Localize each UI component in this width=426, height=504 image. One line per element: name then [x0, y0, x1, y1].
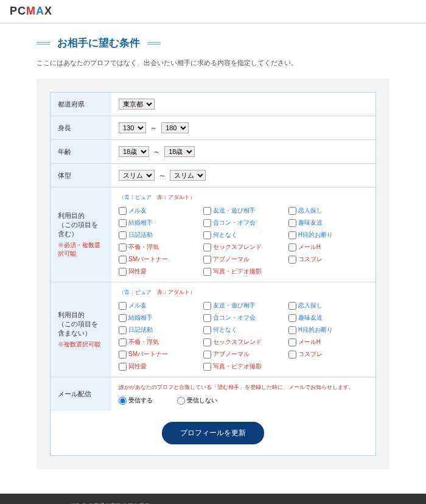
page-title: お相手に望む条件 [57, 36, 140, 50]
include-checkbox[interactable] [203, 268, 211, 276]
exclude-option: 不倫・浮気 [119, 338, 198, 346]
exclude-checkbox[interactable] [203, 363, 211, 371]
include-checkbox[interactable] [203, 256, 211, 264]
select-height-to[interactable]: 180 [161, 122, 189, 133]
exclude-option: 写真・ビデオ撮影 [203, 362, 283, 371]
select-body-from[interactable]: スリム [119, 170, 155, 181]
exclude-checkbox[interactable] [119, 302, 127, 310]
include-option: 結婚相手 [119, 219, 198, 227]
include-label: 恋人探し [298, 207, 323, 214]
form-table: 都道府県 東京都 身長 130 ～ 180 年齢 18歳 ～ [51, 93, 375, 411]
include-checkbox[interactable] [288, 231, 296, 239]
include-label: メル友 [128, 207, 147, 214]
include-option: コスプレ [288, 255, 368, 264]
include-checkbox[interactable] [119, 243, 127, 251]
include-label: 同性愛 [128, 268, 147, 275]
select-age-to[interactable]: 18歳 [164, 146, 195, 157]
req-include: ※必須・複数選択可能 [58, 241, 104, 258]
exclude-checkbox[interactable] [288, 338, 296, 346]
exclude-checkbox[interactable] [203, 314, 211, 322]
footer: PCMAX 総務省 電気通信事業者 届出番号：A-20-10188 インターネッ… [0, 494, 426, 504]
exclude-label: 恋人探し [298, 302, 323, 309]
exclude-checkbox[interactable] [203, 326, 211, 334]
exclude-option: H目的お断り [288, 326, 368, 334]
include-label: H目的お断り [298, 231, 333, 238]
page-title-row: お相手に望む条件 [37, 36, 389, 50]
button-row: プロフィールを更新 [51, 411, 375, 455]
exclude-checkbox[interactable] [203, 302, 211, 310]
exclude-option: 合コン・オフ会 [203, 313, 283, 322]
include-checkbox[interactable] [119, 268, 127, 276]
exclude-checkbox[interactable] [203, 351, 211, 359]
exclude-option: セックスフレンド [203, 338, 283, 346]
exclude-label: 不倫・浮気 [128, 338, 159, 345]
include-option: SMパートナー [119, 255, 198, 264]
include-label: 友達・遊び相手 [213, 207, 256, 214]
include-checkbox[interactable] [119, 207, 127, 215]
include-checkbox[interactable] [203, 243, 211, 251]
include-checkbox[interactable] [119, 219, 127, 227]
exclude-checkbox[interactable] [119, 326, 127, 334]
include-option: 同性愛 [119, 267, 198, 276]
form-inner: 都道府県 東京都 身長 130 ～ 180 年齢 18歳 ～ [50, 92, 376, 456]
include-checkbox[interactable] [203, 219, 211, 227]
exclude-option: SMパートナー [119, 350, 198, 359]
exclude-checkbox[interactable] [288, 302, 296, 310]
exclude-option: 何となく [203, 326, 283, 334]
exclude-label: アブノーマル [213, 351, 250, 357]
exclude-option: メル友 [119, 301, 198, 310]
select-height-from[interactable]: 130 [119, 122, 146, 133]
update-profile-button[interactable]: プロフィールを更新 [162, 422, 264, 444]
label-purpose-include: 利用目的 （この項目を含む） ※必須・複数選択可能 [51, 187, 111, 282]
exclude-option: 恋人探し [288, 301, 368, 310]
include-option: セックスフレンド [203, 243, 283, 251]
legend-exclude: （青：ピュア 赤：アダルト） [119, 289, 368, 296]
include-label: 不倫・浮気 [128, 243, 159, 250]
include-label: 何となく [213, 231, 237, 238]
select-age-from[interactable]: 18歳 [119, 146, 149, 157]
include-checkbox[interactable] [203, 207, 211, 215]
include-option: 何となく [203, 231, 283, 239]
header: PCMAX [0, 0, 426, 24]
include-checkbox[interactable] [203, 231, 211, 239]
range-sep: ～ [159, 172, 166, 179]
exclude-checkbox[interactable] [119, 314, 127, 322]
include-option: 友達・遊び相手 [203, 206, 283, 215]
exclude-option: アブノーマル [203, 350, 283, 359]
label-height: 身長 [51, 116, 111, 140]
range-sep: ～ [153, 148, 160, 155]
exclude-checkbox[interactable] [288, 314, 296, 322]
include-checkbox[interactable] [288, 243, 296, 251]
include-label: 日記活動 [128, 231, 153, 238]
select-body-to[interactable]: スリム [170, 170, 206, 181]
include-checkbox[interactable] [119, 256, 127, 264]
exclude-option: 趣味友達 [288, 313, 368, 322]
include-checkbox[interactable] [288, 207, 296, 215]
exclude-checkbox[interactable] [119, 338, 127, 346]
label-age: 年齢 [51, 140, 111, 164]
include-label: 写真・ビデオ撮影 [213, 268, 262, 275]
exclude-checkbox[interactable] [288, 326, 296, 334]
radio-not-receive[interactable] [177, 397, 185, 405]
include-checkbox[interactable] [288, 219, 296, 227]
exclude-checkbox[interactable] [203, 338, 211, 346]
include-label: 合コン・オフ会 [213, 219, 256, 226]
select-prefecture[interactable]: 東京都 [119, 99, 155, 110]
include-checkbox[interactable] [119, 231, 127, 239]
label-prefecture: 都道府県 [51, 93, 111, 116]
exclude-label: 写真・ビデオ撮影 [213, 363, 262, 369]
include-label: 趣味友達 [298, 219, 323, 226]
label-purpose-exclude: 利用目的 （この項目を含まない） ※複数選択可能 [51, 282, 111, 377]
exclude-option: 結婚相手 [119, 313, 198, 322]
mail-note: 誰かがあなたのプロフと合致している「望む相手」を登録した時に、メールでお知らせし… [119, 383, 368, 391]
exclude-label: SMパートナー [128, 351, 168, 357]
include-label: セックスフレンド [213, 243, 262, 250]
radio-receive[interactable] [119, 397, 127, 405]
include-label: メールH [298, 243, 321, 250]
include-checkbox[interactable] [288, 256, 296, 264]
exclude-option: 同性愛 [119, 362, 198, 371]
exclude-checkbox[interactable] [119, 351, 127, 359]
exclude-checkbox[interactable] [119, 363, 127, 371]
exclude-checkbox[interactable] [288, 351, 296, 359]
exclude-label: 日記活動 [128, 326, 153, 333]
